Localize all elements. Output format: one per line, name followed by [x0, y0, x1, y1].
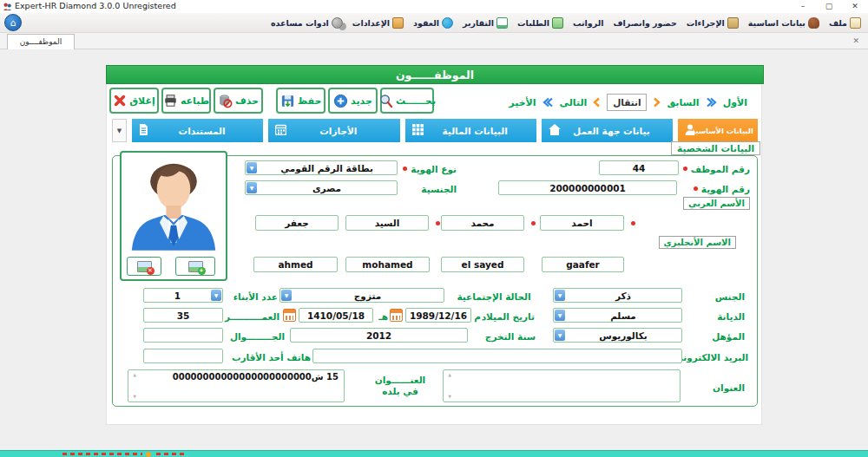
nav-previous-button[interactable]: السابق [667, 97, 699, 108]
minimize-button[interactable]: – [792, 0, 814, 13]
menu-item-procedures[interactable]: الإجراءات [687, 17, 739, 29]
nav-last-button[interactable]: الأخير [509, 97, 536, 108]
hijri-calendar-icon[interactable] [283, 309, 296, 322]
goto-record-button[interactable]: انتقال [607, 94, 647, 111]
birth-date-gregorian-field[interactable]: 1989/12/16 [405, 308, 471, 323]
relative-phone-label: هاتف أحد الأقارب [233, 349, 311, 364]
required-dot [403, 166, 407, 171]
menu-item-settings[interactable]: الإعدادات [352, 17, 404, 29]
mobile-field[interactable] [143, 328, 223, 343]
close-window-button[interactable]: ✕ [844, 0, 866, 13]
graduation-year-label: سنة التخرج [475, 329, 536, 343]
id-type-select[interactable]: بطاقة الرقم القومي▼ [245, 160, 398, 175]
helper-tools-icon [332, 17, 343, 29]
ribbon-bar: ⌂ ملف بيانات اساسية الإجراءات حضور وانصر… [0, 13, 868, 33]
menu-item-contracts[interactable]: العقود [413, 17, 453, 29]
required-dot [694, 186, 698, 191]
religion-label: الديانة [717, 309, 745, 323]
gregorian-prefix-label: م [472, 309, 481, 323]
new-button[interactable]: جديد [328, 88, 378, 114]
nationality-select[interactable]: مصرى▼ [245, 180, 398, 195]
email-field[interactable] [312, 349, 682, 363]
english-family-name-field[interactable]: gaafer [542, 257, 624, 272]
nav-first-button[interactable]: الأول [723, 97, 747, 108]
close-button[interactable]: إغلاق [109, 88, 159, 114]
close-tab-icon[interactable]: ✕ [852, 36, 859, 46]
scroll-up-icon[interactable]: ▲ [445, 373, 451, 377]
employees-panel: الموظفــــــون الأول السابق انتقال التال… [106, 65, 762, 425]
graduation-year-field[interactable]: 2012 [290, 328, 468, 343]
tabs-overflow-button[interactable]: ▼ [112, 119, 127, 142]
religion-select[interactable]: مسلم▼ [553, 308, 682, 323]
children-count-select[interactable]: 1▼ [143, 288, 223, 303]
hometown-address-textarea[interactable]: ▲ ▼ 15 ش00000000000000000000000 [128, 369, 345, 402]
tab-financial-data[interactable]: البيانات المالية [405, 119, 536, 142]
employee-tabs: البيانات الأساسية بيانات جهة العمل البيا… [112, 119, 758, 142]
english-second-name-field[interactable]: mohamed [345, 257, 430, 272]
arabic-first-name-field[interactable]: احمد [540, 215, 624, 231]
menu-item-attendance[interactable]: حضور وانصراف [614, 18, 677, 28]
qualification-select[interactable]: بكالوريوس▼ [553, 328, 682, 343]
nav-next-button[interactable]: التالى [560, 97, 588, 108]
address-textarea[interactable]: ▲ ▼ [443, 369, 681, 402]
dropdown-arrow-icon[interactable]: ▼ [247, 182, 257, 193]
employee-no-field[interactable]: 44 [599, 160, 679, 175]
contracts-icon [442, 17, 453, 29]
search-icon [378, 94, 393, 108]
menu-item-file[interactable]: ملف [829, 17, 861, 29]
print-button[interactable]: طباعه [161, 88, 211, 114]
dropdown-arrow-icon[interactable]: ▼ [211, 290, 221, 301]
floppy-save-icon [280, 94, 295, 108]
new-record-icon [333, 94, 348, 108]
english-name-label: الاسم الأنجليزي [659, 236, 736, 249]
delete-button[interactable]: حذف [214, 88, 263, 114]
menu-item-requests[interactable]: الطلبات [517, 17, 563, 29]
menu-item-helper-tools[interactable]: ادوات مساعده [271, 17, 343, 29]
add-photo-button[interactable]: + [175, 257, 215, 276]
dropdown-arrow-icon[interactable]: ▼ [555, 310, 565, 321]
search-button[interactable]: بحــــــث [380, 88, 434, 114]
dropdown-arrow-icon[interactable]: ▼ [555, 290, 565, 301]
relative-phone-field[interactable] [143, 349, 223, 363]
dropdown-arrow-icon[interactable]: ▼ [555, 330, 565, 341]
scroll-down-icon[interactable]: ▼ [445, 395, 451, 399]
menu-item-reports[interactable]: التقارير [463, 17, 508, 29]
employee-no-label: رقم الموظف [680, 161, 750, 176]
tab-basic-data[interactable]: البيانات الأساسية [678, 119, 758, 142]
marital-status-select[interactable]: متزوج▼ [279, 288, 444, 303]
remove-photo-button[interactable]: ✕ [127, 257, 161, 276]
chevron-down-icon: ▼ [117, 127, 122, 134]
arabic-third-name-field[interactable]: السيد [345, 215, 429, 231]
maximize-button[interactable]: ▢ [818, 0, 840, 13]
gregorian-calendar-icon[interactable] [390, 309, 403, 322]
marital-status-label: الحالة الإجتماعية [451, 289, 536, 304]
english-third-name-field[interactable]: el sayed [441, 257, 524, 272]
personal-data-form: ✕ + رقم الموظف 44 نوع الهوية بطاقة الرقم… [112, 155, 758, 407]
tab-employees-document[interactable]: الموظفــــون [7, 34, 75, 49]
procedures-icon [727, 17, 739, 29]
document-tab-strip: الموظفــــون ✕ [0, 33, 868, 49]
employee-photo-frame: ✕ + [120, 151, 227, 281]
birth-date-hijri-field[interactable]: 1410/05/18 [299, 308, 373, 323]
scroll-down-icon[interactable]: ▼ [130, 395, 136, 399]
statusbar-text-fragment [62, 453, 142, 455]
tab-documents[interactable]: المستندات [132, 119, 263, 142]
dropdown-arrow-icon[interactable]: ▼ [281, 290, 292, 301]
menu-item-salaries[interactable]: الرواتب [573, 18, 604, 28]
tab-vacations[interactable]: الأجازات [268, 119, 399, 142]
dropdown-arrow-icon[interactable]: ▼ [247, 162, 257, 173]
scroll-up-icon[interactable]: ▲ [130, 373, 136, 377]
arabic-family-name-field[interactable]: جعفر [255, 215, 339, 231]
tab-work-entity-data[interactable]: بيانات جهة العمل [542, 119, 673, 142]
save-button[interactable]: حفظ [276, 88, 326, 114]
menu-item-master-data[interactable]: بيانات اساسية [748, 17, 819, 29]
age-field[interactable]: 35 [143, 308, 223, 323]
section-title: البيانات الشخصية [671, 141, 760, 155]
gender-select[interactable]: ذكر▼ [553, 288, 682, 303]
english-first-name-field[interactable]: ahmed [253, 257, 338, 272]
arabic-name-label: الأسم العربي [683, 197, 750, 210]
arabic-second-name-field[interactable]: محمد [441, 215, 524, 231]
id-no-field[interactable]: 200000000001 [498, 180, 677, 195]
home-button[interactable]: ⌂ [4, 14, 22, 31]
requests-icon [552, 17, 563, 29]
